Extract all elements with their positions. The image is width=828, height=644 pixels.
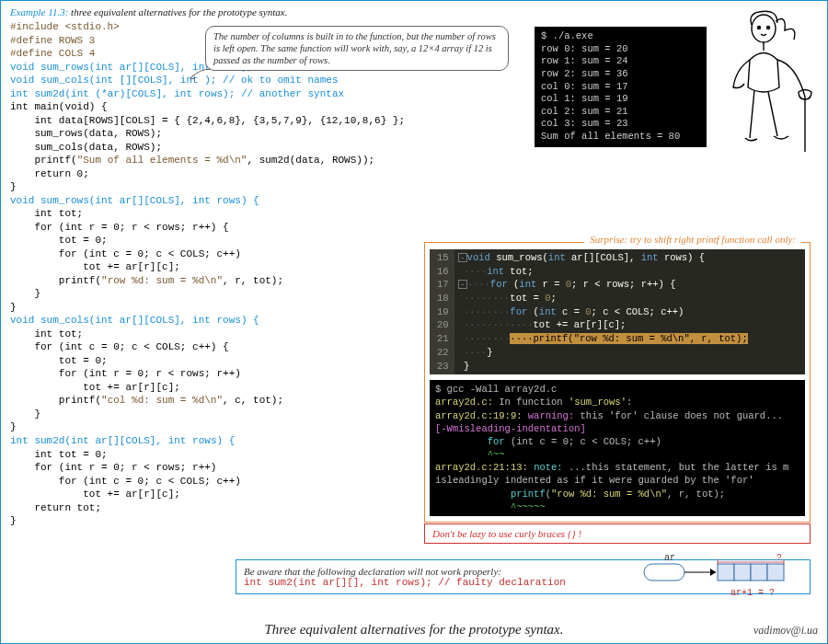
example-title: Example 11.3: three equivalent alternati…: [10, 6, 818, 17]
svg-point-2: [767, 27, 770, 29]
editor-lines: -void sum_rows(int ar[][COLS], int rows)…: [454, 249, 805, 374]
bottom-caption: Three equivalent alternatives for the pr…: [1, 622, 827, 638]
svg-rect-8: [734, 564, 751, 581]
svg-rect-5: [644, 564, 684, 581]
terminal-output: $ ./a.exe row 0: sum = 20 row 1: sum = 2…: [535, 27, 707, 147]
svg-point-1: [758, 27, 761, 29]
example-number: Example 11.3:: [10, 6, 68, 17]
cartoon-figure: [713, 5, 823, 156]
svg-rect-9: [751, 564, 767, 581]
faulty-panel: Be aware that the following declaration …: [236, 559, 811, 594]
svg-text:ar: ar: [664, 553, 675, 563]
surprise-panel: Surprise: try to shift right printf func…: [424, 242, 811, 523]
signature: vadimov@i.ua: [753, 624, 818, 638]
pointer-diagram: ar ? ar+1 = ?: [592, 551, 804, 603]
example-desc: three equivalent alternatives for the pr…: [68, 6, 287, 17]
svg-rect-7: [718, 564, 734, 581]
svg-text:ar+1 = ?: ar+1 = ?: [730, 588, 775, 598]
code-editor: 15 16 17 18 19 20 21 22 23 -void sum_row…: [430, 249, 805, 374]
svg-text:?: ?: [776, 553, 782, 563]
note-bubble: The number of columns is built in to the…: [205, 26, 509, 71]
svg-rect-10: [767, 564, 784, 581]
line-gutter: 15 16 17 18 19 20 21 22 23: [430, 249, 454, 374]
curly-warning: Don't be lazy to use curly braces {} !: [424, 523, 811, 544]
compiler-output: $ gcc -Wall array2d.c array2d.c: In func…: [430, 380, 805, 516]
svg-point-0: [752, 15, 776, 42]
surprise-title: Surprise: try to shift right printf func…: [584, 234, 801, 245]
arrow-icon: [187, 67, 213, 84]
